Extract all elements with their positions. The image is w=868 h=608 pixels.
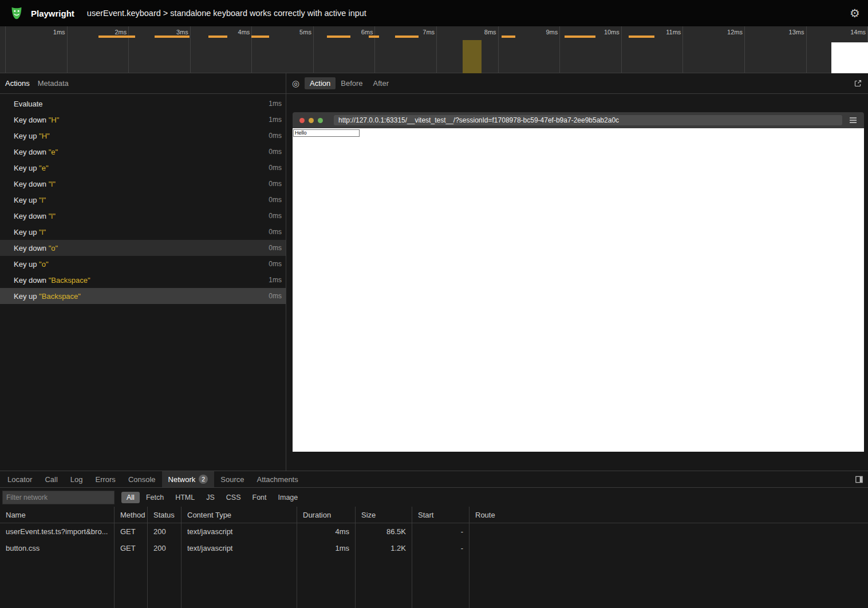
open-external-icon[interactable] <box>854 79 862 88</box>
action-row[interactable]: Key up "o"0ms <box>0 256 286 272</box>
cell-status: 200 <box>148 523 182 540</box>
action-duration: 0ms <box>269 196 282 204</box>
filter-chips: AllFetchHTMLJSCSSFontImage <box>121 492 303 503</box>
details-panel: LocatorCallLogErrorsConsoleNetwork2Sourc… <box>0 471 868 608</box>
tab-action[interactable]: Action <box>305 77 336 89</box>
timeline-action-bar[interactable] <box>327 35 350 38</box>
timeline-cell[interactable]: 6ms <box>314 26 376 73</box>
timeline-action-bar[interactable] <box>395 35 419 38</box>
action-row[interactable]: Key down "o"0ms <box>0 240 286 256</box>
action-row[interactable]: Key up "e"0ms <box>0 160 286 176</box>
timeline-action-bar[interactable] <box>155 35 190 38</box>
tab-attachments[interactable]: Attachments <box>250 471 304 487</box>
cell-duration: 4ms <box>297 523 356 540</box>
panel-layout-toggle-icon[interactable] <box>855 475 863 484</box>
text-input[interactable]: Hello <box>293 129 360 137</box>
tab-console[interactable]: Console <box>122 471 162 487</box>
timeline-selection[interactable] <box>463 40 482 73</box>
tab-after[interactable]: After <box>368 77 394 89</box>
action-title: Key up "e" <box>14 164 49 172</box>
main-split: ActionsMetadata Evaluate1msKey down "H"1… <box>0 73 868 471</box>
timeline-cell[interactable]: 10ms <box>560 26 622 73</box>
timeline-cell[interactable]: 11ms <box>622 26 684 73</box>
timeline-cell[interactable]: 9ms <box>499 26 561 73</box>
filler-cell <box>297 556 356 608</box>
timeline-cell[interactable]: 2ms <box>68 26 129 73</box>
timeline-action-bar[interactable] <box>502 35 515 38</box>
details-tabbar: LocatorCallLogErrorsConsoleNetwork2Sourc… <box>0 471 868 488</box>
timeline-cell[interactable]: 1ms <box>5 26 68 73</box>
filter-chip-font[interactable]: Font <box>247 492 272 503</box>
action-row[interactable]: Key down "e"0ms <box>0 144 286 160</box>
filter-chip-all[interactable]: All <box>121 492 140 503</box>
settings-gear-icon[interactable]: ⚙ <box>850 7 860 19</box>
tab-locator[interactable]: Locator <box>1 471 38 487</box>
cell-content_type: text/javascript <box>182 540 297 556</box>
timeline[interactable]: 1ms2ms3ms4ms5ms6ms7ms8ms9ms10ms11ms12ms1… <box>0 26 868 73</box>
action-row[interactable]: Evaluate1ms <box>0 96 286 112</box>
action-row[interactable]: Key up "l"0ms <box>0 224 286 240</box>
timeline-action-bar[interactable] <box>565 35 595 38</box>
timeline-tick-label: 1ms <box>6 26 67 35</box>
tab-errors[interactable]: Errors <box>89 471 121 487</box>
action-row[interactable]: Key down "Backspace"1ms <box>0 272 286 288</box>
filter-chip-css[interactable]: CSS <box>221 492 246 503</box>
filter-chip-image[interactable]: Image <box>273 492 303 503</box>
timeline-tick-label: 13ms <box>745 26 806 35</box>
action-row[interactable]: Key up "l"0ms <box>0 192 286 208</box>
action-row[interactable]: Key down "H"1ms <box>0 112 286 128</box>
action-row[interactable]: Key down "l"0ms <box>0 176 286 192</box>
network-filter-input[interactable] <box>2 491 115 504</box>
timeline-action-bar[interactable] <box>629 35 654 38</box>
timeline-action-bar[interactable] <box>98 35 135 38</box>
column-header-duration: Duration <box>297 507 356 523</box>
tab-source[interactable]: Source <box>214 471 250 487</box>
tab-log[interactable]: Log <box>64 471 89 487</box>
action-title: Key up "Backspace" <box>14 292 81 301</box>
action-title: Key down "l" <box>14 180 56 188</box>
action-row[interactable]: Key up "H"0ms <box>0 128 286 144</box>
cell-route <box>469 540 868 556</box>
action-duration: 0ms <box>269 260 282 268</box>
film-strip-thumbnail[interactable] <box>831 42 868 73</box>
cell-status: 200 <box>148 540 182 556</box>
timeline-cell[interactable]: 5ms <box>252 26 314 73</box>
filler-cell <box>469 556 868 608</box>
timeline-cell[interactable]: 4ms <box>191 26 252 73</box>
cell-method: GET <box>115 540 148 556</box>
filter-chip-fetch[interactable]: Fetch <box>141 492 169 503</box>
timeline-cell[interactable]: 12ms <box>683 26 745 73</box>
tab-before[interactable]: Before <box>336 77 368 89</box>
action-title: Key down "o" <box>14 244 58 252</box>
action-row[interactable]: Key down "l"0ms <box>0 208 286 224</box>
timeline-action-bar[interactable] <box>251 35 269 38</box>
actions-panel: ActionsMetadata Evaluate1msKey down "H"1… <box>0 73 286 471</box>
actions-list: Evaluate1msKey down "H"1msKey up "H"0msK… <box>0 94 286 304</box>
timeline-cell[interactable]: 7ms <box>375 26 437 73</box>
filter-chip-js[interactable]: JS <box>201 492 220 503</box>
cell-route <box>469 523 868 540</box>
tab-network[interactable]: Network2 <box>162 471 215 487</box>
url-bar: http://127.0.0.1:63315/__vitest_test__/?… <box>334 115 842 125</box>
action-key: "H" <box>39 132 50 140</box>
timeline-tick-label: 5ms <box>252 26 313 35</box>
tab-call[interactable]: Call <box>38 471 64 487</box>
action-title: Key up "o" <box>14 260 49 269</box>
tab-actions[interactable]: Actions <box>1 73 34 93</box>
action-title: Key down "e" <box>14 148 58 156</box>
tab-metadata[interactable]: Metadata <box>34 73 73 93</box>
action-row[interactable]: Key up "Backspace"0ms <box>0 288 286 304</box>
timeline-action-bar[interactable] <box>369 35 379 38</box>
network-row[interactable]: button.cssGET200text/javascript1ms1.2K- <box>0 540 868 556</box>
timeline-cell[interactable]: 3ms <box>129 26 191 73</box>
header: Playwright userEvent.keyboard > standalo… <box>0 0 868 26</box>
timeline-tick-label: 9ms <box>499 26 560 35</box>
cell-start: - <box>412 540 469 556</box>
timeline-action-bar[interactable] <box>208 35 227 38</box>
pick-locator-icon[interactable]: ◎ <box>292 78 299 89</box>
timeline-cell[interactable]: 13ms <box>745 26 807 73</box>
network-row[interactable]: userEvent.test.ts?import&bro...GET200tex… <box>0 523 868 540</box>
action-key: "o" <box>49 244 58 252</box>
filter-chip-html[interactable]: HTML <box>170 492 200 503</box>
action-duration: 0ms <box>269 180 282 188</box>
